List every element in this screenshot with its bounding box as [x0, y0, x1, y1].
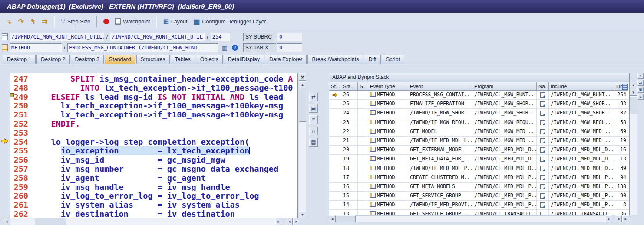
- editor-scroll-up-icon[interactable]: ▲: [299, 81, 306, 88]
- tool-services-icon[interactable]: ≡: [309, 115, 318, 124]
- stack-column-include[interactable]: Include: [549, 82, 614, 91]
- stack-row-20[interactable]: 20METHODGET_EXTERNAL_MODEL/IWFND/CL_MED_…: [329, 146, 629, 155]
- step-return-icon[interactable]: ↰: [27, 16, 38, 28]
- line-number[interactable]: 248: [10, 83, 32, 92]
- stack-row-19[interactable]: 19METHODGET_META_DATA_FOR_../IWFND/CL_ME…: [329, 155, 629, 164]
- stack-row-14[interactable]: 14METHOD/IWFND/IF_MED_PROVI../IWFND/CL_M…: [329, 201, 629, 210]
- tab-detaildisplay[interactable]: DetailDisplay: [224, 55, 264, 64]
- info-icon[interactable]: i: [231, 43, 239, 52]
- stack-hscroll-track[interactable]: [336, 215, 605, 222]
- stack-page-left-icon[interactable]: ◄: [615, 215, 622, 222]
- stack-row-18[interactable]: 18METHOD/IWFND/IF_MED_MDL_P../IWFND/CL_M…: [329, 164, 629, 173]
- navigate-icon[interactable]: [540, 129, 545, 134]
- stack-row-17[interactable]: 17METHODCREATE_CLUSTERED_M../IWFND/CL_ME…: [329, 173, 629, 183]
- stack-row-21[interactable]: 21METHOD/IWFND/IF_MED_MDL_L../IWFND/CL_M…: [329, 137, 629, 146]
- code-line-261[interactable]: 261 iv_system_alias = iv_system_alias: [10, 200, 297, 209]
- code-line-258[interactable]: 258 iv_agent = gc_agent: [10, 173, 297, 183]
- stack-row-13[interactable]: 13METHODGET_SERVICE_GROUP_../IWFND/CL_TR…: [329, 210, 629, 215]
- editor-scroll-right-icon[interactable]: ►: [275, 218, 282, 225]
- watchpoint-button[interactable]: Watchpoint: [112, 16, 152, 28]
- line-number-field[interactable]: 254: [211, 33, 230, 41]
- line-number[interactable]: 259: [10, 183, 32, 192]
- code-line-251[interactable]: 251 lx_tech_exception->if_t100_message~t…: [10, 110, 297, 119]
- editor-vscroll-thumb[interactable]: [299, 88, 306, 122]
- line-number[interactable]: 254: [10, 137, 32, 147]
- navigate-icon[interactable]: [540, 92, 545, 98]
- editor-scroll-down-icon[interactable]: ▼: [299, 211, 306, 218]
- navigate-icon[interactable]: [540, 111, 545, 116]
- tab-script[interactable]: Script: [382, 55, 404, 64]
- session-icon[interactable]: ∩: [309, 127, 318, 135]
- stack-vscroll-thumb[interactable]: [630, 96, 637, 114]
- code-line-250[interactable]: 250 lx_tech_exception->if_t100_message~t…: [10, 101, 297, 110]
- navigate-icon[interactable]: [540, 147, 545, 153]
- tab-objects[interactable]: Objects: [196, 55, 223, 64]
- code-line-262[interactable]: 262 iv_destination = iv_destination: [10, 209, 297, 218]
- close-editor-tool-icon[interactable]: ×: [299, 73, 306, 81]
- stack-page-right-icon[interactable]: ►: [622, 215, 629, 222]
- line-number[interactable]: 251: [10, 110, 32, 119]
- tab-break-watchpoints[interactable]: Break./Watchpoints: [307, 55, 363, 64]
- sy-tabix-value[interactable]: 0: [277, 43, 302, 52]
- tab-data-explorer[interactable]: Data Explorer: [265, 55, 307, 64]
- line-number[interactable]: 260: [10, 191, 32, 200]
- line-number[interactable]: 258: [10, 173, 32, 183]
- step-over-icon[interactable]: ↷: [15, 16, 26, 28]
- stack-row-23[interactable]: 23METHOD/IWFND/IF_MGW_REQU../IWFND/CL_MG…: [329, 118, 629, 127]
- line-number[interactable]: 247: [10, 74, 32, 83]
- event-field[interactable]: PROCESS_MSG_CONTAINER (/IWFND/CL_MGW_RUN…: [67, 43, 218, 52]
- line-number[interactable]: 252: [10, 119, 32, 128]
- navigate-icon[interactable]: [540, 166, 545, 171]
- line-number[interactable]: 255: [10, 146, 32, 155]
- code-line-256[interactable]: 256 iv_msg_id = gc_msgid_mgw: [10, 155, 297, 164]
- stack-column-na[interactable]: Na...: [537, 82, 549, 91]
- line-number[interactable]: 253: [10, 128, 32, 137]
- code-editor[interactable]: 247 SPLIT is_msg_container_header-except…: [10, 73, 298, 218]
- table-view-icon[interactable]: ▤: [309, 138, 318, 147]
- stack-row-16[interactable]: 16METHODGET_META_MODELS/IWFND/CL_MED_MDL…: [329, 183, 629, 192]
- code-line-254[interactable]: 254 lo_logger->log_step_completion_excep…: [10, 137, 297, 147]
- stack-scroll-right-icon[interactable]: ►: [605, 215, 612, 222]
- stack-column-sta[interactable]: Sta...: [341, 82, 358, 91]
- column-config-icon[interactable]: [622, 84, 628, 90]
- maximize-tool-icon[interactable]: ▣: [309, 104, 318, 113]
- navigate-icon[interactable]: [540, 101, 545, 107]
- stack-row-15[interactable]: 15METHODGET_SERVICE_GROUP/IWFND/CL_MED_M…: [329, 192, 629, 201]
- display-icon[interactable]: ▥: [220, 43, 229, 52]
- stack-row-22[interactable]: 22METHODGET_MODEL/IWFND/CL_MGW_MED_../IW…: [329, 127, 629, 137]
- code-line-253[interactable]: 253: [10, 128, 297, 137]
- tab-desktop-3[interactable]: Desktop 3: [71, 55, 104, 64]
- stack-scroll-down-icon[interactable]: ▼: [630, 89, 637, 96]
- layout-button[interactable]: ⊞Layout: [160, 16, 190, 28]
- navigate-icon[interactable]: [540, 184, 545, 189]
- tab-tables[interactable]: Tables: [171, 55, 195, 64]
- code-line-257[interactable]: 257 iv_msg_number = gc_msgno_data_exchan…: [10, 164, 297, 173]
- navigate-icon[interactable]: [540, 193, 545, 199]
- stack-column-st[interactable]: St...: [329, 82, 341, 91]
- stack-scroll-up-icon[interactable]: ▲: [630, 82, 637, 88]
- continue-icon[interactable]: ⇉: [39, 16, 50, 28]
- code-line-248[interactable]: 248 INTO lx_tech_exception->if_t100_mess…: [10, 83, 297, 92]
- navigate-icon[interactable]: [540, 202, 545, 208]
- line-number[interactable]: 250: [10, 101, 32, 110]
- stack-row-25[interactable]: 25METHODFINALIZE_OPERATION/IWFND/CL_MGW_…: [329, 100, 629, 109]
- stack-column-event[interactable]: Event: [408, 82, 472, 91]
- navigate-icon[interactable]: [540, 138, 545, 143]
- program-field[interactable]: /IWFND/CL_MGW_RUNT_RCLNT_UTIL..: [10, 33, 104, 41]
- line-number[interactable]: 257: [10, 164, 32, 173]
- navigate-icon[interactable]: [540, 175, 545, 180]
- sy-subrc-value[interactable]: 0: [277, 33, 302, 41]
- stack-hscroll-thumb[interactable]: [336, 215, 356, 222]
- editor-page-right-icon[interactable]: ►: [293, 218, 300, 225]
- code-line-247[interactable]: 247 SPLIT is_msg_container_header-except…: [10, 74, 297, 83]
- configure-debugger-button[interactable]: ▦Configure Debugger Layer: [191, 16, 268, 28]
- maximize-stack-tool-icon[interactable]: ▣: [637, 87, 644, 93]
- editor-scroll-left-icon[interactable]: ◄: [3, 218, 10, 225]
- navigate-icon[interactable]: [540, 120, 545, 125]
- event-type-field[interactable]: METHOD: [10, 43, 62, 52]
- line-number[interactable]: 256: [10, 155, 32, 164]
- tab-desktop-1[interactable]: Desktop 1: [3, 55, 36, 64]
- code-line-260[interactable]: 260 iv_log_to_error_log = iv_log_to_erro…: [10, 191, 297, 200]
- line-number[interactable]: 261: [10, 200, 32, 209]
- stack-row-26[interactable]: 26METHODPROCESS_MSG_CONTAI../IWFND/CL_MG…: [329, 91, 629, 100]
